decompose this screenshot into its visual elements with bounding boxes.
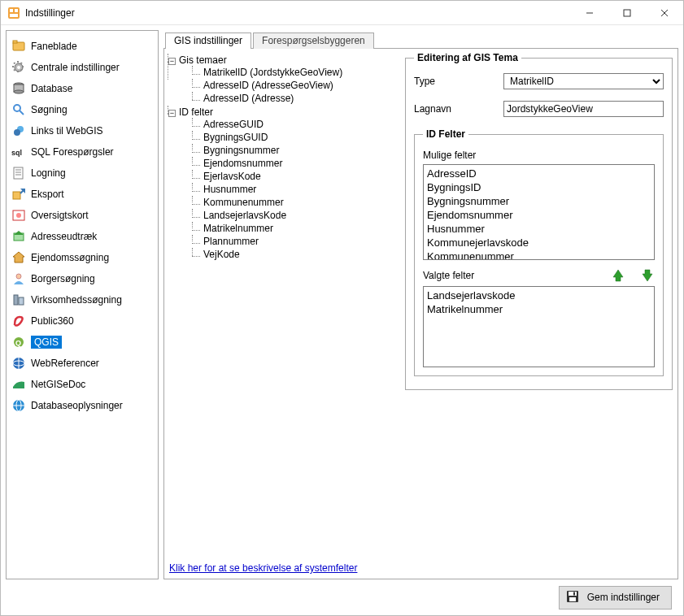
svg-line-24 xyxy=(20,111,24,115)
nav-item-netgisedoc[interactable]: NetGISeDoc xyxy=(8,374,156,395)
nav-item-label: Public360 xyxy=(31,315,74,327)
netgis-icon xyxy=(11,377,26,392)
log-icon xyxy=(11,166,26,180)
nav-item-label: Database xyxy=(31,83,72,94)
gis-tema-fieldset: Editering af GIS Tema Type MatrikelID xyxy=(405,52,673,390)
minimize-button[interactable] xyxy=(571,1,608,25)
nav-item-centrale-indstillinger[interactable]: Centrale indstillinger xyxy=(8,57,156,78)
nav-item-label: Søgning xyxy=(31,104,68,115)
valgte-felter-label: Valgte felter xyxy=(423,270,596,281)
list-item[interactable]: Bygningsnummer xyxy=(425,194,652,208)
nav-item-public360[interactable]: Public360 xyxy=(8,310,156,332)
help-link-row: Klik her for at se beskrivelse af system… xyxy=(164,557,677,579)
lagnavn-label: Lagnavn xyxy=(414,103,503,115)
nav-item-qgis[interactable]: QQGIS xyxy=(8,332,156,353)
tabbar: GIS indstillingerForespørgselsbyggeren xyxy=(163,30,678,48)
move-up-button[interactable] xyxy=(611,268,625,283)
tree-node[interactable]: Plannummer xyxy=(203,236,259,247)
move-down-button[interactable] xyxy=(640,268,655,283)
tree-node[interactable]: Gis temaer xyxy=(179,54,227,66)
tree-node[interactable]: Kommunenummer xyxy=(203,197,284,208)
tree-node[interactable]: BygningsGUID xyxy=(203,132,268,143)
tree-toggle[interactable]: − xyxy=(168,110,176,117)
nav-item-databaseoplysninger[interactable]: Databaseoplysninger xyxy=(8,395,156,416)
save-button[interactable]: Gem indstillinger xyxy=(559,586,672,609)
titlebar: Indstillinger xyxy=(1,1,683,25)
company-icon xyxy=(11,293,26,307)
svg-rect-14 xyxy=(17,71,19,72)
svg-marker-52 xyxy=(643,270,652,281)
svg-rect-41 xyxy=(14,295,18,305)
window-title: Indstillinger xyxy=(25,7,571,19)
svg-point-23 xyxy=(14,105,20,111)
nav-item-database[interactable]: Database xyxy=(8,78,156,99)
nav-item-eksport[interactable]: Eksport xyxy=(8,184,156,205)
tree-node[interactable]: Bygningsnummer xyxy=(203,145,279,156)
svg-rect-19 xyxy=(20,63,22,64)
tree-node[interactable]: Husnummer xyxy=(203,184,256,195)
list-item[interactable]: BygningsID xyxy=(425,180,652,194)
tree-node[interactable]: EjerlavsKode xyxy=(203,171,261,182)
systemfelter-link[interactable]: Klik her for at se beskrivelse af system… xyxy=(169,562,357,574)
nav-item-webreferencer[interactable]: WebReferencer xyxy=(8,353,156,374)
svg-text:sql: sql xyxy=(11,149,22,157)
maximize-button[interactable] xyxy=(608,1,646,25)
nav-item-label: Oversigtskort xyxy=(31,210,89,221)
nav-item-oversigtskort[interactable]: Oversigtskort xyxy=(8,205,156,226)
list-item[interactable]: Matrikelnummer xyxy=(425,302,652,316)
settings-window: Indstillinger FanebladeCentrale indstill… xyxy=(0,0,684,616)
tree-toggle[interactable]: − xyxy=(168,58,176,65)
svg-point-11 xyxy=(17,66,20,69)
tree-pane: −Gis temaerMatrikelID (JordstykkeGeoView… xyxy=(164,49,402,557)
list-item[interactable]: Landsejerlavskode xyxy=(425,288,652,302)
tabs-icon xyxy=(11,39,26,54)
tree-node[interactable]: MatrikelID (JordstykkeGeoView) xyxy=(203,67,342,78)
tree-node[interactable]: LandsejerlavsKode xyxy=(203,210,286,221)
tree-node[interactable]: AdresseGUID xyxy=(203,119,264,130)
form-pane: Editering af GIS Tema Type MatrikelID xyxy=(402,49,677,557)
tree-node[interactable]: AdresseID (AdresseGeoView) xyxy=(203,80,333,91)
webref-icon xyxy=(11,356,26,371)
nav-item-virksomhedss-gning[interactable]: Virksomhedssøgning xyxy=(8,289,156,310)
dbinfo-icon xyxy=(11,398,26,413)
tab-foresp-rgselsbyggeren[interactable]: Forespørgselsbyggeren xyxy=(253,33,374,49)
svg-point-40 xyxy=(16,274,21,279)
tab-gis-indstillinger[interactable]: GIS indstillinger xyxy=(165,33,251,49)
nav-item-label: Eksport xyxy=(31,189,64,200)
tree-node[interactable]: AdresseID (Adresse) xyxy=(203,93,294,104)
lagnavn-input[interactable] xyxy=(503,101,664,117)
type-select[interactable]: MatrikelID xyxy=(503,73,664,89)
mulige-felter-list[interactable]: AdresseIDBygningsIDBygningsnummerEjendom… xyxy=(423,164,655,260)
tree-node[interactable]: Matrikelnummer xyxy=(203,223,273,234)
svg-point-22 xyxy=(14,90,24,93)
list-item[interactable]: AdresseID xyxy=(425,167,652,180)
list-item[interactable]: Kommunejerlavskode xyxy=(425,236,652,249)
close-button[interactable] xyxy=(646,1,683,25)
valgte-felter-list[interactable]: LandsejerlavskodeMatrikelnummer xyxy=(423,286,655,367)
nav-item-sql-foresp-rgsler[interactable]: sqlSQL Forespørgsler xyxy=(8,141,156,163)
nav-item-faneblade[interactable]: Faneblade xyxy=(8,36,156,57)
gis-tema-legend: Editering af GIS Tema xyxy=(414,52,521,63)
nav-item-s-gning[interactable]: Søgning xyxy=(8,99,156,120)
nav-item-label: NetGISeDoc xyxy=(31,379,85,390)
nav-item-label: Centrale indstillinger xyxy=(31,62,120,73)
list-item[interactable]: Husnummer xyxy=(425,222,652,236)
nav-item-label: SQL Forespørgsler xyxy=(31,146,114,158)
nav-item-links-til-webgis[interactable]: Links til WebGIS xyxy=(8,120,156,141)
nav-item-logning[interactable]: Logning xyxy=(8,163,156,184)
nav-item-borgers-gning[interactable]: Borgersøgning xyxy=(8,268,156,289)
tree-node[interactable]: Ejendomsnummer xyxy=(203,158,282,169)
tree-node[interactable]: ID felter xyxy=(179,106,213,118)
nav-item-label: Virksomhedssøgning xyxy=(31,294,122,306)
tree-node[interactable]: VejKode xyxy=(203,249,240,260)
svg-rect-42 xyxy=(19,297,24,305)
svg-rect-17 xyxy=(14,63,15,64)
svg-rect-12 xyxy=(22,66,24,67)
svg-point-26 xyxy=(14,129,20,136)
nav-item-ejendomss-gning[interactable]: Ejendomssøgning xyxy=(8,247,156,268)
nav-item-adresseudtr-k[interactable]: Adresseudtræk xyxy=(8,226,156,247)
id-felter-fieldset: ID Felter Mulige felter AdresseIDBygning… xyxy=(414,128,664,376)
list-item[interactable]: Kommunenummer xyxy=(425,249,652,260)
list-item[interactable]: Ejendomsnummer xyxy=(425,208,652,222)
svg-rect-18 xyxy=(17,61,19,63)
